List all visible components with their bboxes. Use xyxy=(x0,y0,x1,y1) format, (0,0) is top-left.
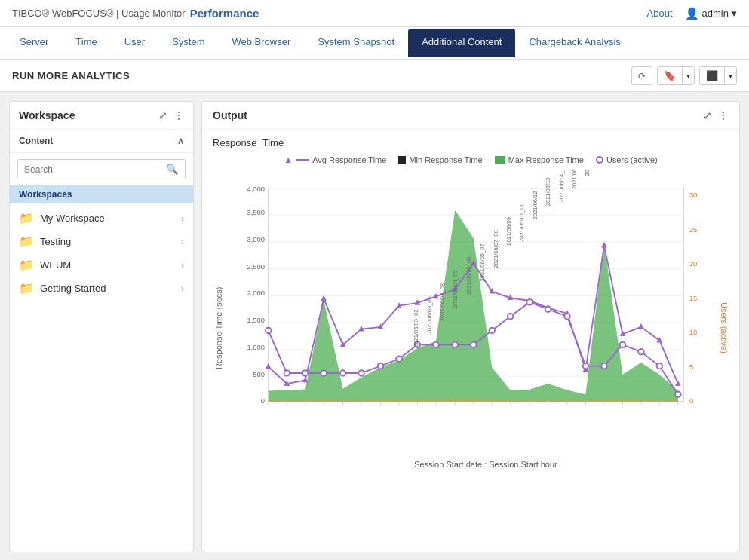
bookmark-icon[interactable]: 🔖 xyxy=(658,67,683,84)
svg-point-30 xyxy=(358,370,364,376)
main-content: Workspace ⤢ ⋮ Content ∧ 🔍 Workspaces 📁 M… xyxy=(0,92,749,560)
content-section-header: Content ∧ xyxy=(10,130,193,153)
legend-min: Min Response Time xyxy=(398,155,482,164)
y-tick-500: 500 xyxy=(253,370,265,378)
refresh-icon: ⟳ xyxy=(638,71,646,81)
svg-text:2021/06/13: 2021/06/13 xyxy=(545,178,551,207)
svg-marker-4 xyxy=(302,377,309,383)
svg-text:2021/06/10_11: 2021/06/10_11 xyxy=(518,204,525,242)
workspace-panel: Workspace ⤢ ⋮ Content ∧ 🔍 Workspaces 📁 M… xyxy=(9,101,194,552)
svg-point-39 xyxy=(526,299,533,305)
svg-text:2021/06/07_08: 2021/06/07_08 xyxy=(493,230,499,268)
chart-svg-area: 0 500 1,000 1,500 2,000 2,500 3,000 3,50… xyxy=(229,170,712,486)
nav-item-time[interactable]: Time xyxy=(62,29,110,57)
admin-button[interactable]: 👤 admin ▾ xyxy=(685,7,737,20)
workspace-item-label: Getting Started xyxy=(40,283,106,294)
svg-point-40 xyxy=(545,307,551,313)
workspaces-label: Workspaces xyxy=(10,185,193,203)
expand-icon[interactable]: ⤢ xyxy=(158,109,167,121)
legend-max-label: Max Response Time xyxy=(508,155,584,164)
legend-avg-icon: ▲ xyxy=(284,155,293,165)
workspace-items-list: 📁 My Workspace › 📁 Testing › 📁 WEUM › 📁 … xyxy=(10,207,193,300)
y-tick-1500: 1,500 xyxy=(247,316,266,324)
search-button[interactable]: 🔍 xyxy=(160,160,185,179)
toolbar: RUN MORE ANALYTICS ⟳ 🔖 ▾ ⬛ ▾ xyxy=(0,60,749,92)
bookmark-caret-icon[interactable]: ▾ xyxy=(683,69,694,83)
svg-point-35 xyxy=(453,342,459,348)
workspace-item[interactable]: 📁 Getting Started › xyxy=(10,277,193,300)
export-caret-icon[interactable]: ▾ xyxy=(725,69,736,83)
yr-tick-5: 5 xyxy=(689,363,693,371)
svg-text:2021/06/16_17: 2021/06/16_17 xyxy=(584,170,591,176)
svg-point-28 xyxy=(321,370,327,376)
svg-point-44 xyxy=(620,342,626,348)
chart-wrapper: Response Time (secs) xyxy=(213,170,729,486)
toolbar-title: RUN MORE ANALYTICS xyxy=(12,70,130,81)
export-button-split[interactable]: ⬛ ▾ xyxy=(699,66,737,85)
svg-point-27 xyxy=(302,370,309,376)
output-panel: Output ⤢ ⋮ Response_Time ▲ Avg Response … xyxy=(201,101,740,552)
workspace-title: Workspace xyxy=(19,109,75,121)
workspace-item[interactable]: 📁 Testing › xyxy=(10,230,193,253)
svg-text:2021/06/04_05: 2021/06/04_05 xyxy=(452,271,459,308)
workspace-item-left: 📁 Testing xyxy=(19,234,71,249)
yr-tick-20: 20 xyxy=(689,259,697,268)
nav-item-additional-content[interactable]: Additional Content xyxy=(408,29,515,57)
y-tick-3000: 3,000 xyxy=(247,235,266,243)
svg-point-34 xyxy=(433,342,439,348)
refresh-button[interactable]: ⟳ xyxy=(631,66,652,85)
export-icon[interactable]: ⬛ xyxy=(700,67,725,84)
legend-max-icon xyxy=(495,156,505,164)
y-axis-left-label: Response Time (secs) xyxy=(213,170,229,486)
chevron-right-icon: › xyxy=(181,237,184,247)
svg-point-36 xyxy=(471,342,477,348)
output-more-icon[interactable]: ⋮ xyxy=(718,109,729,121)
workspace-item[interactable]: 📁 WEUM › xyxy=(10,253,193,277)
legend-avg-line xyxy=(296,159,309,161)
legend-users: Users (active) xyxy=(596,155,658,164)
svg-point-26 xyxy=(284,370,290,376)
output-expand-icon[interactable]: ⤢ xyxy=(703,109,712,121)
chevron-right-icon: › xyxy=(181,260,184,271)
y-tick-0: 0 xyxy=(261,396,265,405)
admin-label: admin xyxy=(702,8,729,19)
bookmark-button-split[interactable]: 🔖 ▾ xyxy=(657,66,695,85)
yr-tick-10: 10 xyxy=(689,328,697,336)
nav-item-chargeback-analysis[interactable]: Chargeback Analysis xyxy=(515,29,634,57)
legend-users-label: Users (active) xyxy=(606,155,658,164)
nav-item-system-snapshot[interactable]: System Snapshot xyxy=(304,29,408,57)
svg-text:2021/06/15_16: 2021/06/15_16 xyxy=(571,170,578,189)
nav-item-user[interactable]: User xyxy=(111,29,158,57)
folder-icon: 📁 xyxy=(19,258,34,272)
output-icons: ⤢ ⋮ xyxy=(703,109,729,121)
x-tick-marks xyxy=(269,402,678,405)
legend-min-label: Min Response Time xyxy=(409,155,482,164)
search-input[interactable] xyxy=(18,161,160,179)
output-title: Output xyxy=(213,109,247,121)
output-header: Output ⤢ ⋮ xyxy=(202,102,739,130)
workspace-item-left: 📁 WEUM xyxy=(19,258,71,272)
svg-marker-20 xyxy=(601,242,607,248)
search-icon: 🔍 xyxy=(166,164,179,175)
y-tick-1000: 1,000 xyxy=(247,343,266,351)
workspace-item[interactable]: 📁 My Workspace › xyxy=(10,207,193,230)
x-axis-label: Session Start date : Session Start hour xyxy=(229,460,712,469)
svg-point-41 xyxy=(564,314,570,320)
y-tick-4000: 4,000 xyxy=(247,185,266,193)
svg-marker-24 xyxy=(675,380,681,386)
about-link[interactable]: About xyxy=(647,8,673,19)
brand-text: TIBCO® WebFOCUS® | Usage Monitor xyxy=(12,8,186,19)
section-chevron-icon[interactable]: ∧ xyxy=(177,136,184,146)
legend-min-icon xyxy=(398,156,406,164)
nav-item-web-browser[interactable]: Web Browser xyxy=(219,29,305,57)
svg-text:2021/06/06_07: 2021/06/06_07 xyxy=(479,243,486,281)
search-box: 🔍 xyxy=(17,159,186,179)
top-right-area: About 👤 admin ▾ xyxy=(647,7,737,20)
nav-item-server[interactable]: Server xyxy=(6,29,62,57)
more-icon[interactable]: ⋮ xyxy=(173,109,184,121)
chevron-right-icon: › xyxy=(181,283,184,294)
nav-bar: ServerTimeUserSystemWeb BrowserSystem Sn… xyxy=(0,27,749,60)
legend-avg: ▲ Avg Response Time xyxy=(284,155,386,165)
chart-legend: ▲ Avg Response Time Min Response Time Ma… xyxy=(213,155,729,165)
nav-item-system[interactable]: System xyxy=(158,29,218,57)
